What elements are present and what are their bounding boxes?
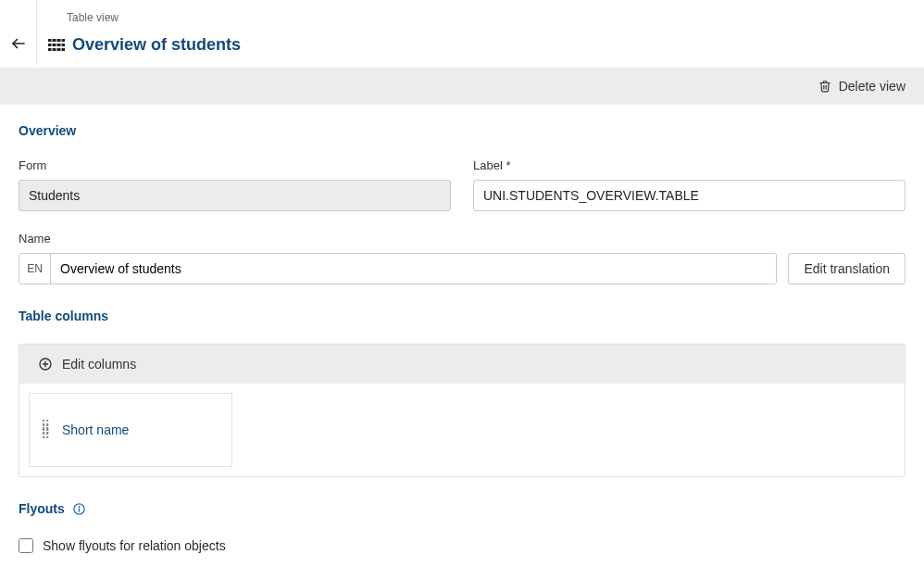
table-view-icon [48, 38, 65, 53]
flyouts-checkbox[interactable] [19, 538, 33, 553]
flyouts-checkbox-label: Show flyouts for relation objects [43, 538, 226, 553]
form-input [19, 180, 451, 211]
svg-point-12 [79, 506, 80, 507]
drag-handle-icon[interactable]: ⠿⠿⠿ [41, 423, 51, 437]
arrow-left-icon [10, 35, 27, 52]
delete-view-label: Delete view [839, 79, 905, 94]
flyouts-checkbox-row[interactable]: Show flyouts for relation objects [19, 538, 905, 553]
back-button[interactable] [10, 35, 27, 52]
form-field-label: Form [19, 158, 451, 172]
toolbar: Delete view [0, 68, 924, 105]
overview-heading: Overview [19, 123, 905, 138]
trash-icon [818, 79, 831, 94]
page-title: Overview of students [72, 35, 241, 55]
label-field-label: Label [473, 158, 905, 172]
column-name: Short name [62, 422, 129, 437]
breadcrumb: Table view [44, 0, 924, 24]
edit-columns-label: Edit columns [62, 357, 136, 372]
lang-badge: EN [19, 254, 51, 284]
info-icon[interactable] [72, 502, 86, 516]
edit-columns-button[interactable]: Edit columns [19, 345, 905, 384]
name-input[interactable] [51, 254, 776, 284]
column-card[interactable]: ⠿⠿⠿ Short name [29, 393, 232, 467]
label-input[interactable] [473, 180, 905, 211]
plus-circle-icon [38, 357, 53, 372]
edit-translation-button[interactable]: Edit translation [788, 253, 905, 284]
table-columns-heading: Table columns [19, 309, 905, 323]
delete-view-button[interactable]: Delete view [818, 79, 905, 94]
flyouts-heading: Flyouts [19, 501, 65, 516]
name-field-label: Name [19, 232, 905, 246]
